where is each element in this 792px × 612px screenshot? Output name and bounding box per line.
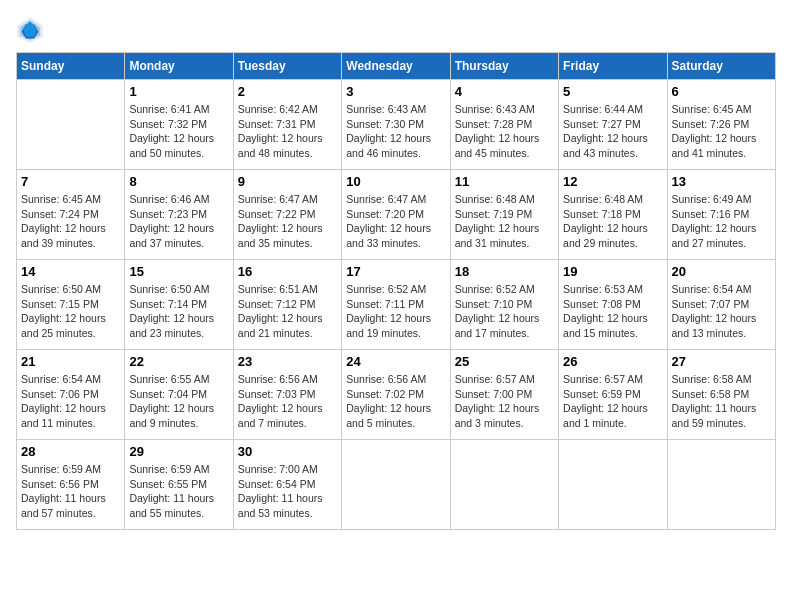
day-info: Sunrise: 6:51 AM Sunset: 7:12 PM Dayligh… (238, 282, 337, 341)
calendar-cell: 21Sunrise: 6:54 AM Sunset: 7:06 PM Dayli… (17, 350, 125, 440)
day-info: Sunrise: 6:57 AM Sunset: 7:00 PM Dayligh… (455, 372, 554, 431)
calendar-cell: 20Sunrise: 6:54 AM Sunset: 7:07 PM Dayli… (667, 260, 775, 350)
day-number: 4 (455, 84, 554, 99)
day-number: 9 (238, 174, 337, 189)
day-info: Sunrise: 6:50 AM Sunset: 7:14 PM Dayligh… (129, 282, 228, 341)
day-number: 1 (129, 84, 228, 99)
calendar-cell: 18Sunrise: 6:52 AM Sunset: 7:10 PM Dayli… (450, 260, 558, 350)
day-info: Sunrise: 6:50 AM Sunset: 7:15 PM Dayligh… (21, 282, 120, 341)
calendar-week-0: 1Sunrise: 6:41 AM Sunset: 7:32 PM Daylig… (17, 80, 776, 170)
calendar-cell: 26Sunrise: 6:57 AM Sunset: 6:59 PM Dayli… (559, 350, 667, 440)
day-info: Sunrise: 6:43 AM Sunset: 7:30 PM Dayligh… (346, 102, 445, 161)
header-cell-monday: Monday (125, 53, 233, 80)
day-info: Sunrise: 6:56 AM Sunset: 7:03 PM Dayligh… (238, 372, 337, 431)
day-info: Sunrise: 6:57 AM Sunset: 6:59 PM Dayligh… (563, 372, 662, 431)
calendar-header: SundayMondayTuesdayWednesdayThursdayFrid… (17, 53, 776, 80)
day-info: Sunrise: 6:47 AM Sunset: 7:20 PM Dayligh… (346, 192, 445, 251)
day-info: Sunrise: 6:49 AM Sunset: 7:16 PM Dayligh… (672, 192, 771, 251)
day-info: Sunrise: 6:53 AM Sunset: 7:08 PM Dayligh… (563, 282, 662, 341)
header-cell-tuesday: Tuesday (233, 53, 341, 80)
calendar-cell: 17Sunrise: 6:52 AM Sunset: 7:11 PM Dayli… (342, 260, 450, 350)
calendar-cell: 16Sunrise: 6:51 AM Sunset: 7:12 PM Dayli… (233, 260, 341, 350)
day-info: Sunrise: 7:00 AM Sunset: 6:54 PM Dayligh… (238, 462, 337, 521)
calendar-cell: 6Sunrise: 6:45 AM Sunset: 7:26 PM Daylig… (667, 80, 775, 170)
calendar-week-2: 14Sunrise: 6:50 AM Sunset: 7:15 PM Dayli… (17, 260, 776, 350)
day-number: 19 (563, 264, 662, 279)
day-info: Sunrise: 6:55 AM Sunset: 7:04 PM Dayligh… (129, 372, 228, 431)
header-cell-saturday: Saturday (667, 53, 775, 80)
day-info: Sunrise: 6:59 AM Sunset: 6:56 PM Dayligh… (21, 462, 120, 521)
logo (16, 16, 48, 44)
day-number: 16 (238, 264, 337, 279)
day-number: 3 (346, 84, 445, 99)
day-number: 2 (238, 84, 337, 99)
day-number: 10 (346, 174, 445, 189)
day-number: 23 (238, 354, 337, 369)
day-number: 6 (672, 84, 771, 99)
calendar-week-4: 28Sunrise: 6:59 AM Sunset: 6:56 PM Dayli… (17, 440, 776, 530)
day-info: Sunrise: 6:56 AM Sunset: 7:02 PM Dayligh… (346, 372, 445, 431)
day-number: 12 (563, 174, 662, 189)
calendar-cell: 15Sunrise: 6:50 AM Sunset: 7:14 PM Dayli… (125, 260, 233, 350)
day-info: Sunrise: 6:44 AM Sunset: 7:27 PM Dayligh… (563, 102, 662, 161)
calendar-cell: 5Sunrise: 6:44 AM Sunset: 7:27 PM Daylig… (559, 80, 667, 170)
calendar-body: 1Sunrise: 6:41 AM Sunset: 7:32 PM Daylig… (17, 80, 776, 530)
day-number: 17 (346, 264, 445, 279)
header-cell-sunday: Sunday (17, 53, 125, 80)
day-number: 28 (21, 444, 120, 459)
logo-icon (16, 16, 44, 44)
calendar-cell: 2Sunrise: 6:42 AM Sunset: 7:31 PM Daylig… (233, 80, 341, 170)
calendar-cell: 30Sunrise: 7:00 AM Sunset: 6:54 PM Dayli… (233, 440, 341, 530)
calendar-cell: 25Sunrise: 6:57 AM Sunset: 7:00 PM Dayli… (450, 350, 558, 440)
day-number: 8 (129, 174, 228, 189)
calendar-cell: 11Sunrise: 6:48 AM Sunset: 7:19 PM Dayli… (450, 170, 558, 260)
calendar-cell: 1Sunrise: 6:41 AM Sunset: 7:32 PM Daylig… (125, 80, 233, 170)
day-info: Sunrise: 6:54 AM Sunset: 7:06 PM Dayligh… (21, 372, 120, 431)
calendar-cell (559, 440, 667, 530)
day-number: 18 (455, 264, 554, 279)
day-info: Sunrise: 6:52 AM Sunset: 7:11 PM Dayligh… (346, 282, 445, 341)
calendar-cell (342, 440, 450, 530)
day-number: 20 (672, 264, 771, 279)
calendar-cell (17, 80, 125, 170)
calendar-week-3: 21Sunrise: 6:54 AM Sunset: 7:06 PM Dayli… (17, 350, 776, 440)
day-number: 29 (129, 444, 228, 459)
header-row: SundayMondayTuesdayWednesdayThursdayFrid… (17, 53, 776, 80)
day-info: Sunrise: 6:46 AM Sunset: 7:23 PM Dayligh… (129, 192, 228, 251)
day-number: 14 (21, 264, 120, 279)
day-info: Sunrise: 6:45 AM Sunset: 7:26 PM Dayligh… (672, 102, 771, 161)
calendar-cell: 7Sunrise: 6:45 AM Sunset: 7:24 PM Daylig… (17, 170, 125, 260)
header-cell-friday: Friday (559, 53, 667, 80)
day-info: Sunrise: 6:58 AM Sunset: 6:58 PM Dayligh… (672, 372, 771, 431)
calendar-cell: 23Sunrise: 6:56 AM Sunset: 7:03 PM Dayli… (233, 350, 341, 440)
calendar-table: SundayMondayTuesdayWednesdayThursdayFrid… (16, 52, 776, 530)
calendar-cell: 14Sunrise: 6:50 AM Sunset: 7:15 PM Dayli… (17, 260, 125, 350)
calendar-cell: 27Sunrise: 6:58 AM Sunset: 6:58 PM Dayli… (667, 350, 775, 440)
day-number: 7 (21, 174, 120, 189)
day-number: 24 (346, 354, 445, 369)
calendar-cell (667, 440, 775, 530)
header-cell-wednesday: Wednesday (342, 53, 450, 80)
day-number: 11 (455, 174, 554, 189)
calendar-cell: 9Sunrise: 6:47 AM Sunset: 7:22 PM Daylig… (233, 170, 341, 260)
calendar-cell: 13Sunrise: 6:49 AM Sunset: 7:16 PM Dayli… (667, 170, 775, 260)
calendar-cell: 12Sunrise: 6:48 AM Sunset: 7:18 PM Dayli… (559, 170, 667, 260)
day-number: 21 (21, 354, 120, 369)
day-number: 15 (129, 264, 228, 279)
day-info: Sunrise: 6:43 AM Sunset: 7:28 PM Dayligh… (455, 102, 554, 161)
calendar-cell: 3Sunrise: 6:43 AM Sunset: 7:30 PM Daylig… (342, 80, 450, 170)
calendar-cell: 8Sunrise: 6:46 AM Sunset: 7:23 PM Daylig… (125, 170, 233, 260)
day-number: 30 (238, 444, 337, 459)
day-number: 13 (672, 174, 771, 189)
calendar-cell (450, 440, 558, 530)
calendar-week-1: 7Sunrise: 6:45 AM Sunset: 7:24 PM Daylig… (17, 170, 776, 260)
calendar-cell: 29Sunrise: 6:59 AM Sunset: 6:55 PM Dayli… (125, 440, 233, 530)
day-number: 27 (672, 354, 771, 369)
day-number: 25 (455, 354, 554, 369)
header-cell-thursday: Thursday (450, 53, 558, 80)
day-number: 22 (129, 354, 228, 369)
calendar-cell: 10Sunrise: 6:47 AM Sunset: 7:20 PM Dayli… (342, 170, 450, 260)
day-number: 5 (563, 84, 662, 99)
day-info: Sunrise: 6:45 AM Sunset: 7:24 PM Dayligh… (21, 192, 120, 251)
calendar-cell: 19Sunrise: 6:53 AM Sunset: 7:08 PM Dayli… (559, 260, 667, 350)
